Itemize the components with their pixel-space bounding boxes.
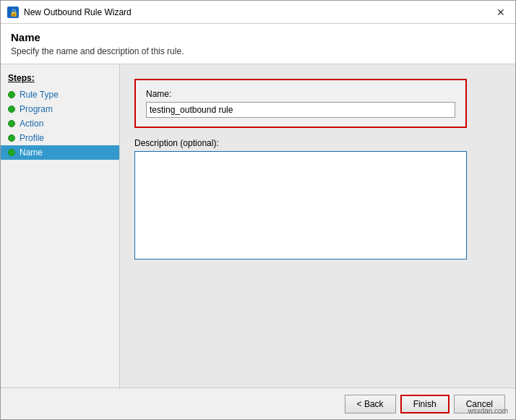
step-dot-name (8, 149, 15, 156)
step-label-action: Action (20, 119, 43, 129)
sidebar-item-action[interactable]: Action (1, 116, 119, 131)
step-label-profile: Profile (20, 133, 44, 143)
step-dot-profile (8, 134, 15, 142)
sidebar-item-name[interactable]: Name (1, 145, 119, 160)
main-content: Name Specify the name and description of… (1, 24, 515, 387)
close-button[interactable]: ✕ (492, 4, 509, 21)
name-label: Name: (146, 89, 455, 99)
step-dot-rule-type (8, 91, 15, 98)
sidebar-item-rule-type[interactable]: Rule Type (1, 87, 119, 102)
name-field-box: Name: (134, 79, 467, 128)
titlebar: 🔒 New Outbound Rule Wizard ✕ (1, 1, 515, 24)
desc-textarea[interactable] (134, 151, 467, 260)
sidebar-item-profile[interactable]: Profile (1, 131, 119, 145)
step-label-name: Name (20, 147, 43, 158)
description-section: Description (optional): (134, 138, 467, 260)
finish-button[interactable]: Finish (400, 395, 450, 413)
page-title: Name (11, 31, 505, 43)
steps-label: Steps: (1, 73, 119, 87)
content-panel: Name: Description (optional): (120, 64, 515, 387)
step-label-rule-type: Rule Type (20, 90, 59, 100)
window-title: New Outbound Rule Wizard (24, 7, 492, 17)
desc-label: Description (optional): (134, 138, 467, 148)
page-subtitle: Specify the name and description of this… (11, 46, 505, 56)
wizard-window: 🔒 New Outbound Rule Wizard ✕ Name Specif… (0, 0, 516, 420)
step-label-program: Program (20, 104, 53, 114)
footer: < Back Finish Cancel (1, 387, 515, 419)
back-button[interactable]: < Back (345, 395, 396, 413)
name-input[interactable] (146, 102, 455, 118)
watermark: wsxdan.com (468, 407, 508, 415)
svg-text:🔒: 🔒 (9, 8, 19, 17)
sidebar-item-program[interactable]: Program (1, 102, 119, 116)
app-icon: 🔒 (7, 6, 20, 19)
header-section: Name Specify the name and description of… (1, 24, 515, 64)
body-area: Steps: Rule Type Program Action Profile (1, 64, 515, 387)
sidebar: Steps: Rule Type Program Action Profile (1, 64, 120, 387)
step-dot-action (8, 120, 15, 127)
step-dot-program (8, 106, 15, 113)
